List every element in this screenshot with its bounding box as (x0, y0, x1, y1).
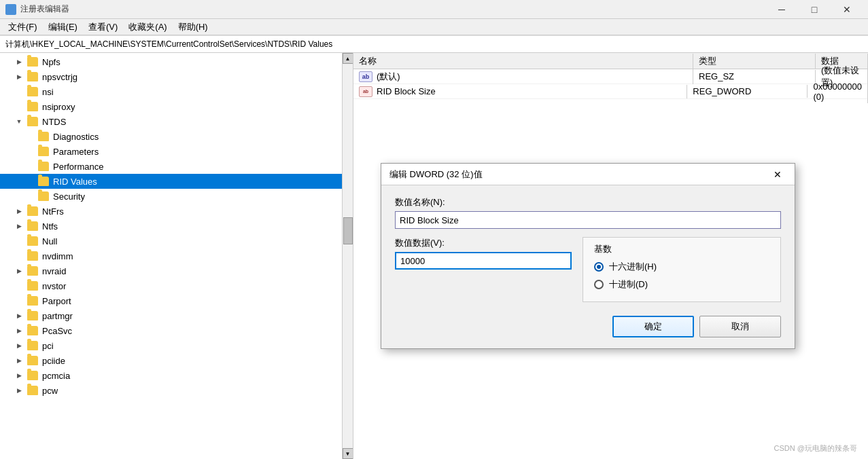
dialog-close-button[interactable]: ✕ (769, 166, 786, 183)
dialog-bottom-section: 数值数据(V): 基数 十六进制(H) 十进制(D) (395, 237, 781, 302)
radix-title: 基数 (594, 243, 769, 255)
dialog-title-text: 编辑 DWORD (32 位)值 (389, 168, 769, 181)
radix-hex-radio[interactable] (594, 262, 604, 272)
radix-hex-label: 十六进制(H) (609, 261, 657, 273)
radix-dec-radio[interactable] (594, 280, 604, 289)
ok-button[interactable]: 确定 (612, 316, 694, 337)
field-name-input[interactable] (395, 211, 781, 229)
dialog-overlay: 编辑 DWORD (32 位)值 ✕ 数值名称(N): 数值数据(V): 基数 … (0, 0, 868, 459)
dialog-body: 数值名称(N): 数值数据(V): 基数 十六进制(H) 十进 (381, 185, 795, 348)
radix-dec-label: 十进制(D) (609, 278, 648, 291)
dialog-radix-section: 基数 十六进制(H) 十进制(D) (583, 237, 781, 302)
cancel-button[interactable]: 取消 (699, 316, 781, 337)
field-name-label: 数值名称(N): (395, 196, 781, 208)
field-value-input[interactable] (395, 252, 572, 270)
dialog-value-section: 数值数据(V): (395, 237, 572, 302)
dialog-buttons: 确定 取消 (395, 313, 781, 340)
edit-dword-dialog: 编辑 DWORD (32 位)值 ✕ 数值名称(N): 数值数据(V): 基数 … (381, 163, 795, 349)
field-value-label: 数值数据(V): (395, 237, 572, 249)
radix-hex-option[interactable]: 十六进制(H) (594, 261, 769, 273)
radix-dec-option[interactable]: 十进制(D) (594, 278, 769, 291)
dialog-title-bar: 编辑 DWORD (32 位)值 ✕ (381, 164, 795, 185)
